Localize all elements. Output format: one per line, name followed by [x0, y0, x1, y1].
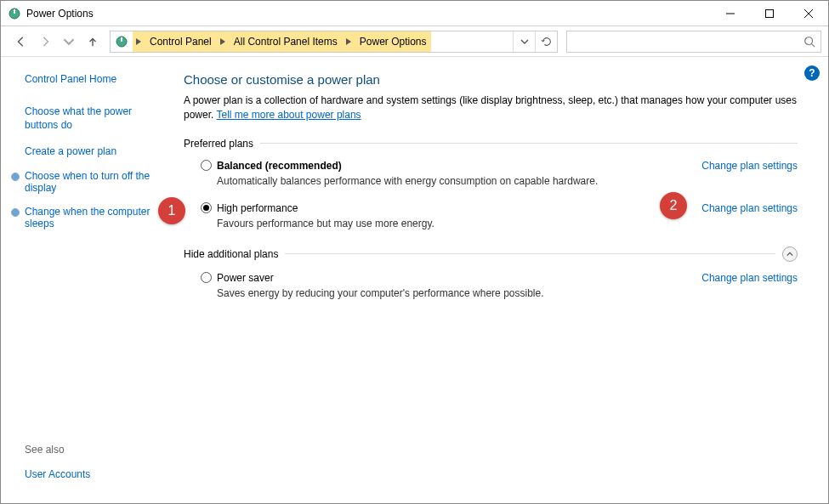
svg-rect-3 — [766, 9, 774, 17]
svg-line-9 — [812, 43, 815, 47]
address-bar[interactable]: Control Panel All Control Panel Items Po… — [110, 31, 558, 53]
see-also-label: See also — [25, 444, 162, 456]
plan-saver-radio[interactable]: Power saver — [201, 272, 274, 284]
search-icon — [803, 36, 815, 48]
page-title: Choose or customise a power plan — [184, 72, 798, 87]
plan-power-saver: Power saver Change plan settings Saves e… — [201, 272, 798, 299]
plan-balanced-desc: Automatically balances performance with … — [217, 175, 798, 187]
close-button[interactable] — [789, 1, 828, 26]
up-button[interactable] — [82, 31, 103, 52]
maximize-button[interactable] — [750, 1, 789, 26]
user-accounts-link[interactable]: User Accounts — [25, 468, 90, 480]
svg-rect-7 — [121, 37, 122, 42]
crumb-power-options[interactable]: Power Options — [355, 31, 432, 52]
window-title: Power Options — [26, 8, 94, 20]
refresh-button[interactable] — [535, 31, 557, 52]
sidebar-link-create-plan[interactable]: Create a power plan — [25, 145, 116, 157]
plan-saver-desc: Saves energy by reducing your computer's… — [217, 287, 798, 299]
address-dropdown[interactable] — [513, 31, 535, 52]
sidebar: Control Panel Home Choose what the power… — [1, 57, 175, 503]
minimize-button[interactable] — [711, 1, 750, 26]
radio-icon — [201, 202, 212, 213]
title-bar: Power Options — [1, 1, 828, 26]
recent-dropdown[interactable] — [59, 31, 79, 52]
shield-icon — [11, 208, 20, 217]
chevron-right-icon[interactable] — [133, 31, 145, 52]
chevron-right-icon[interactable] — [343, 31, 355, 52]
address-icon — [111, 31, 133, 52]
plan-high-performance: 1 2 High performance Change plan setting… — [201, 202, 798, 229]
shield-icon — [11, 173, 20, 181]
hide-additional-header[interactable]: Hide additional plans — [184, 246, 798, 262]
sidebar-link-sleep[interactable]: Change when the computer sleeps — [25, 206, 162, 229]
power-options-icon — [8, 7, 21, 20]
back-button[interactable] — [11, 31, 31, 52]
main-panel: Choose or customise a power plan A power… — [175, 57, 828, 503]
change-settings-balanced[interactable]: Change plan settings — [701, 160, 798, 172]
plan-balanced-radio[interactable]: Balanced (recommended) — [201, 160, 342, 172]
sidebar-link-display-off[interactable]: Choose when to turn off the display — [25, 170, 162, 194]
chevron-right-icon[interactable] — [217, 31, 229, 52]
svg-rect-1 — [14, 9, 15, 14]
navigation-toolbar: Control Panel All Control Panel Items Po… — [1, 26, 828, 57]
crumb-control-panel[interactable]: Control Panel — [145, 31, 217, 52]
radio-icon — [201, 160, 212, 171]
preferred-plans-header: Preferred plans — [184, 138, 798, 150]
search-input[interactable] — [566, 31, 821, 53]
annotation-2: 2 — [660, 192, 687, 219]
change-settings-high[interactable]: Change plan settings — [701, 202, 798, 214]
learn-more-link[interactable]: Tell me more about power plans — [216, 109, 361, 121]
plan-high-radio[interactable]: High performance — [201, 202, 298, 214]
sidebar-link-buttons[interactable]: Choose what the power buttons do — [25, 105, 132, 131]
annotation-1: 1 — [158, 197, 185, 224]
radio-icon — [201, 272, 212, 283]
chevron-up-icon[interactable] — [782, 246, 798, 262]
crumb-all-items[interactable]: All Control Panel Items — [229, 31, 343, 52]
control-panel-home-link[interactable]: Control Panel Home — [25, 73, 116, 85]
plan-balanced: Balanced (recommended) Change plan setti… — [201, 160, 798, 187]
breadcrumb: Control Panel All Control Panel Items Po… — [133, 31, 431, 52]
plan-high-desc: Favours performance but may use more ene… — [217, 218, 798, 229]
change-settings-saver[interactable]: Change plan settings — [701, 272, 798, 284]
page-description: A power plan is a collection of hardware… — [184, 93, 798, 122]
forward-button[interactable] — [35, 31, 55, 52]
svg-point-8 — [805, 37, 813, 44]
